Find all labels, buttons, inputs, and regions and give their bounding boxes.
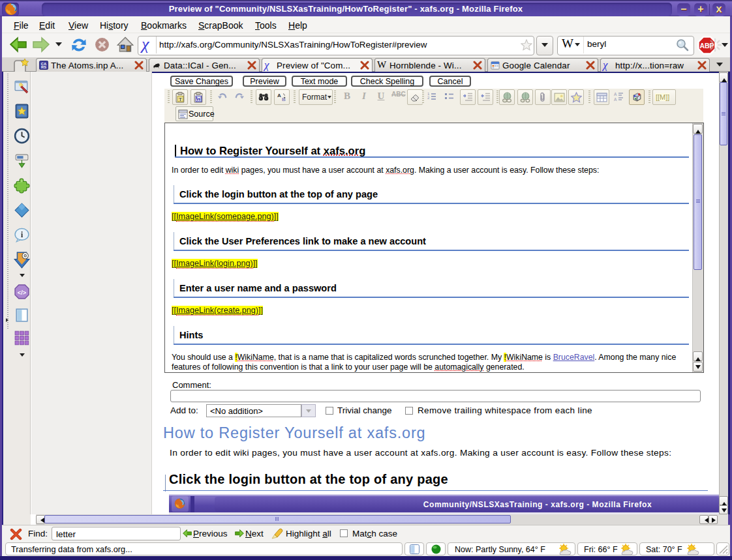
svg-text:A: A xyxy=(277,93,281,98)
svg-text:W: W xyxy=(196,96,202,102)
svg-text:A: A xyxy=(614,92,617,96)
svg-text:A: A xyxy=(614,97,617,102)
svg-text:T: T xyxy=(179,96,182,102)
svg-text:</>: </> xyxy=(18,289,27,296)
svg-text:2: 2 xyxy=(427,96,430,100)
svg-text:RS: RS xyxy=(41,65,46,69)
